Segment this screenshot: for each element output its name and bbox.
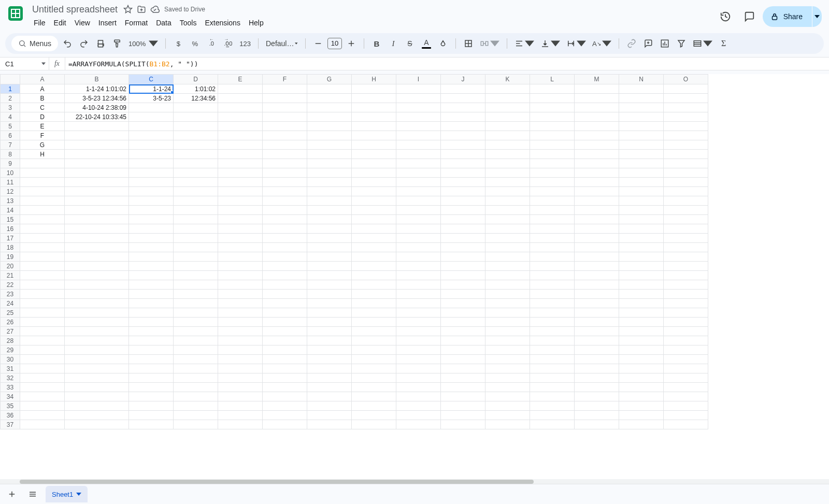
column-header-G[interactable]: G [307,75,352,84]
cell-E36[interactable] [218,411,263,420]
row-header-16[interactable]: 16 [1,224,20,234]
cell-C23[interactable] [129,290,174,299]
cell-D13[interactable] [174,196,218,206]
cell-O24[interactable] [664,299,708,308]
cell-F26[interactable] [263,318,307,327]
cell-G19[interactable] [307,252,352,262]
functions-button[interactable]: Σ [717,36,731,51]
cell-J4[interactable] [441,112,485,122]
cell-F31[interactable] [263,364,307,373]
row-header-35[interactable]: 35 [1,401,20,411]
comments-icon[interactable] [739,6,760,27]
insert-chart-button[interactable] [658,36,672,51]
cell-B22[interactable] [65,280,129,290]
text-rotation-button[interactable]: A↘ [590,36,613,51]
cell-N4[interactable] [619,112,664,122]
column-header-N[interactable]: N [619,75,664,84]
cell-M4[interactable] [575,112,619,122]
cell-H9[interactable] [352,159,396,168]
cell-J5[interactable] [441,122,485,131]
cell-H22[interactable] [352,280,396,290]
cell-N24[interactable] [619,299,664,308]
cell-F3[interactable] [263,103,307,112]
cell-I13[interactable] [396,196,441,206]
cell-H21[interactable] [352,271,396,280]
percent-button[interactable]: % [188,36,202,51]
cell-M10[interactable] [575,168,619,178]
cell-F28[interactable] [263,336,307,345]
cell-N31[interactable] [619,364,664,373]
column-header-A[interactable]: A [20,75,65,84]
cell-O19[interactable] [664,252,708,262]
cell-G15[interactable] [307,215,352,224]
cell-K4[interactable] [485,112,530,122]
cell-C33[interactable] [129,383,174,392]
cell-H34[interactable] [352,392,396,401]
cell-O21[interactable] [664,271,708,280]
cell-B30[interactable] [65,355,129,364]
cell-N32[interactable] [619,373,664,383]
cell-H7[interactable] [352,140,396,150]
cell-E35[interactable] [218,401,263,411]
cell-F37[interactable] [263,420,307,429]
row-header-2[interactable]: 2 [1,94,20,103]
cell-E15[interactable] [218,215,263,224]
cell-I23[interactable] [396,290,441,299]
cell-J17[interactable] [441,234,485,243]
filter-button[interactable] [674,36,689,51]
cell-M35[interactable] [575,401,619,411]
cell-O37[interactable] [664,420,708,429]
cell-N35[interactable] [619,401,664,411]
borders-button[interactable] [461,36,476,51]
column-header-E[interactable]: E [218,75,263,84]
cell-N14[interactable] [619,206,664,215]
cell-A7[interactable]: G [20,140,65,150]
cell-F35[interactable] [263,401,307,411]
cell-J20[interactable] [441,262,485,271]
cell-L9[interactable] [530,159,575,168]
cell-O7[interactable] [664,140,708,150]
cell-B4[interactable]: 22-10-24 10:33:45 [65,112,129,122]
row-header-31[interactable]: 31 [1,364,20,373]
undo-button[interactable] [60,36,75,51]
cell-B36[interactable] [65,411,129,420]
cell-D1[interactable]: 1:01:02 [174,84,218,94]
cell-E29[interactable] [218,345,263,355]
cell-E24[interactable] [218,299,263,308]
cell-N11[interactable] [619,178,664,187]
cell-M18[interactable] [575,243,619,252]
cell-H17[interactable] [352,234,396,243]
column-header-D[interactable]: D [174,75,218,84]
cell-C14[interactable] [129,206,174,215]
cell-M17[interactable] [575,234,619,243]
cell-C27[interactable] [129,327,174,336]
cell-K15[interactable] [485,215,530,224]
cell-C36[interactable] [129,411,174,420]
cell-H2[interactable] [352,94,396,103]
cell-G3[interactable] [307,103,352,112]
cell-I36[interactable] [396,411,441,420]
cell-K24[interactable] [485,299,530,308]
cell-O34[interactable] [664,392,708,401]
cell-E34[interactable] [218,392,263,401]
cell-H37[interactable] [352,420,396,429]
row-header-1[interactable]: 1 [1,84,20,94]
cell-A2[interactable]: B [20,94,65,103]
cell-I15[interactable] [396,215,441,224]
cell-G22[interactable] [307,280,352,290]
spreadsheet-grid[interactable]: ABCDEFGHIJKLMNO1A1-1-24 1:01:021-1-241:0… [0,74,829,484]
cell-B24[interactable] [65,299,129,308]
cell-I14[interactable] [396,206,441,215]
cell-E17[interactable] [218,234,263,243]
row-header-6[interactable]: 6 [1,131,20,140]
cell-F11[interactable] [263,178,307,187]
font-family-dropdown[interactable]: Defaul… [264,36,300,51]
cell-I20[interactable] [396,262,441,271]
cell-F13[interactable] [263,196,307,206]
cell-B11[interactable] [65,178,129,187]
cell-E22[interactable] [218,280,263,290]
cell-N34[interactable] [619,392,664,401]
cell-K35[interactable] [485,401,530,411]
cell-L29[interactable] [530,345,575,355]
cell-C13[interactable] [129,196,174,206]
